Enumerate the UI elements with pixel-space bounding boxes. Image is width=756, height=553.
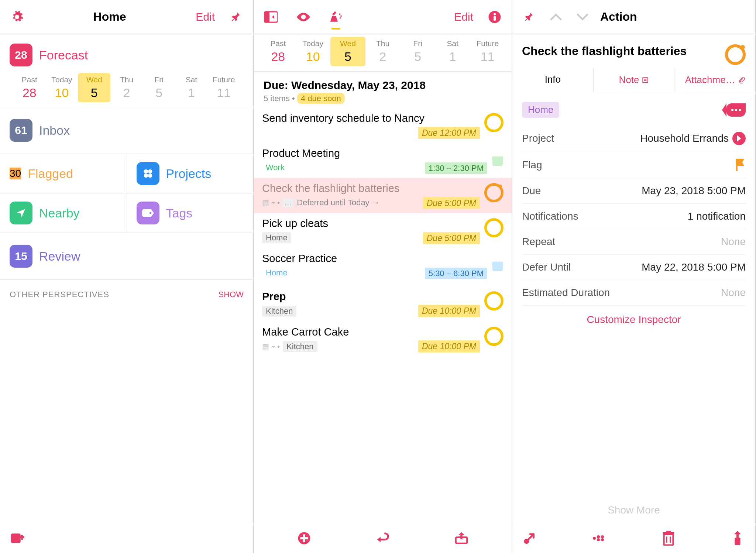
info-icon[interactable] [488, 10, 501, 24]
flag-label: Flag [522, 159, 542, 171]
cal-day[interactable]: Thu2 [110, 73, 143, 102]
cal-day[interactable]: Future11 [470, 37, 505, 66]
task-tag: Home [262, 267, 291, 278]
tag-home[interactable]: Home [522, 102, 559, 118]
cal-day[interactable]: Thu2 [365, 37, 401, 66]
forecast-calendar: Past28Today10Wed5Thu2Fri5Sat1Future11 [254, 34, 512, 72]
trash-icon[interactable] [662, 532, 675, 545]
tags-perspective[interactable]: Tags [127, 193, 254, 233]
svg-point-4 [150, 212, 151, 214]
svg-rect-19 [492, 261, 503, 264]
repeat-label: Repeat [522, 236, 555, 248]
due-row[interactable]: Due May 23, 2018 5:00 PM [522, 178, 746, 204]
duration-row[interactable]: Estimated Duration None [522, 280, 746, 306]
share-up-icon[interactable] [731, 532, 744, 545]
flagged-perspective[interactable]: 30 Flagged [0, 154, 127, 193]
task-title: Send inventory schedule to Nancy [262, 112, 480, 124]
notifications-value: 1 notification [688, 210, 746, 222]
group-tag: Kitchen [262, 306, 296, 317]
status-circle-icon[interactable] [725, 44, 746, 65]
due-badge: Due 5:00 PM [423, 197, 480, 209]
due-header: Due: Wednesday, May 23, 2018 5 items • 4… [254, 72, 512, 108]
calendar-icon [492, 260, 504, 272]
chevron-up-icon[interactable] [549, 10, 563, 24]
status-circle-icon[interactable] [484, 327, 504, 346]
svg-rect-7 [21, 535, 23, 540]
cal-day[interactable]: Sat1 [175, 73, 208, 102]
due-value: May 23, 2018 5:00 PM [642, 185, 746, 197]
sidebar-toggle-icon[interactable] [264, 10, 278, 24]
status-circle-icon[interactable] [484, 291, 504, 310]
home-topbar: Home Edit [0, 0, 253, 34]
customize-inspector-button[interactable]: Customize Inspector [522, 306, 746, 334]
pin-icon[interactable] [230, 10, 243, 24]
notifications-row[interactable]: Notifications 1 notification [522, 204, 746, 229]
task-row[interactable]: Send inventory schedule to NancyDue 12:0… [254, 108, 512, 143]
svg-point-30 [597, 538, 600, 541]
svg-point-32 [601, 538, 604, 541]
projects-perspective[interactable]: Projects [127, 154, 254, 193]
task-row[interactable]: Pick up cleatsHomeDue 5:00 PM [254, 213, 512, 248]
convert-to-project-icon[interactable] [592, 532, 606, 545]
edit-button[interactable]: Edit [196, 11, 215, 23]
cal-day[interactable]: Fri5 [400, 37, 435, 66]
note-icon [642, 77, 649, 83]
task-group-row[interactable]: PrepKitchenDue 10:00 PM [254, 283, 512, 322]
add-icon[interactable] [298, 532, 311, 545]
new-perspective-icon[interactable] [11, 532, 24, 545]
show-more-button[interactable]: Show More [512, 504, 755, 516]
project-value: Household Errands [640, 133, 729, 144]
edit-button[interactable]: Edit [454, 11, 473, 23]
eye-icon[interactable] [297, 10, 310, 24]
task-title-row: Check the flashlight batteries [512, 34, 755, 68]
due-label: Due [522, 185, 541, 197]
cleanup-icon[interactable] [329, 10, 343, 24]
status-circle-icon[interactable] [484, 113, 504, 132]
inbox-label: Inbox [39, 123, 70, 138]
cal-day[interactable]: Sat1 [435, 37, 470, 66]
flagged-label: Flagged [28, 166, 73, 181]
task-row[interactable]: Make Carrot Cake▤ 𝄐 •KitchenDue 10:00 PM [254, 322, 512, 357]
review-perspective[interactable]: 15 Review [10, 241, 244, 271]
defer-row[interactable]: Defer Until May 22, 2018 5:00 PM [522, 255, 746, 280]
tab-attachments[interactable]: Attachme… [674, 68, 755, 92]
status-circle-icon[interactable] [484, 183, 504, 202]
svg-rect-17 [492, 156, 503, 159]
repeat-value: None [721, 236, 746, 248]
add-tag-button[interactable] [726, 103, 746, 117]
undo-icon[interactable] [376, 532, 389, 545]
duration-value: None [721, 287, 746, 299]
svg-point-29 [597, 535, 600, 538]
cal-day[interactable]: Wed5 [330, 37, 365, 66]
chevron-down-icon[interactable] [576, 10, 589, 24]
forecast-perspective[interactable]: 28 Forecast [10, 40, 244, 70]
inbox-perspective[interactable]: 61 Inbox [10, 115, 244, 145]
task-row[interactable]: Soccer PracticeHome5:30 – 6:30 PM [254, 248, 512, 283]
status-circle-icon[interactable] [484, 218, 504, 237]
cal-day[interactable]: Past28 [13, 73, 46, 102]
nearby-perspective[interactable]: Nearby [0, 193, 127, 233]
cal-day[interactable]: Future11 [207, 73, 240, 102]
gear-icon[interactable] [10, 10, 24, 24]
cal-day[interactable]: Fri5 [143, 73, 175, 102]
cal-day[interactable]: Wed5 [78, 73, 110, 102]
go-to-project-icon[interactable] [523, 532, 537, 545]
flag-row[interactable]: Flag [522, 152, 746, 178]
task-row[interactable]: Check the flashlight batteries▤ 𝄐 • …Def… [254, 178, 512, 213]
show-button[interactable]: SHOW [219, 290, 244, 299]
projects-icon [137, 162, 159, 185]
share-icon[interactable] [455, 532, 468, 545]
tab-info[interactable]: Info [512, 68, 594, 93]
flagged-badge: 30 [10, 168, 21, 179]
svg-point-2 [144, 174, 148, 178]
tab-note[interactable]: Note [594, 68, 675, 92]
task-title[interactable]: Check the flashlight batteries [522, 44, 721, 58]
pin-icon[interactable] [523, 10, 536, 24]
cal-day[interactable]: Today10 [46, 73, 78, 102]
project-row[interactable]: Project Household Errands [522, 125, 746, 152]
cal-day[interactable]: Past28 [261, 37, 296, 66]
task-row[interactable]: Product MeetingWork1:30 – 2:30 PM [254, 143, 512, 178]
repeat-row[interactable]: Repeat None [522, 229, 746, 255]
task-title: Check the flashlight batteries [262, 182, 480, 195]
cal-day[interactable]: Today10 [296, 37, 331, 66]
